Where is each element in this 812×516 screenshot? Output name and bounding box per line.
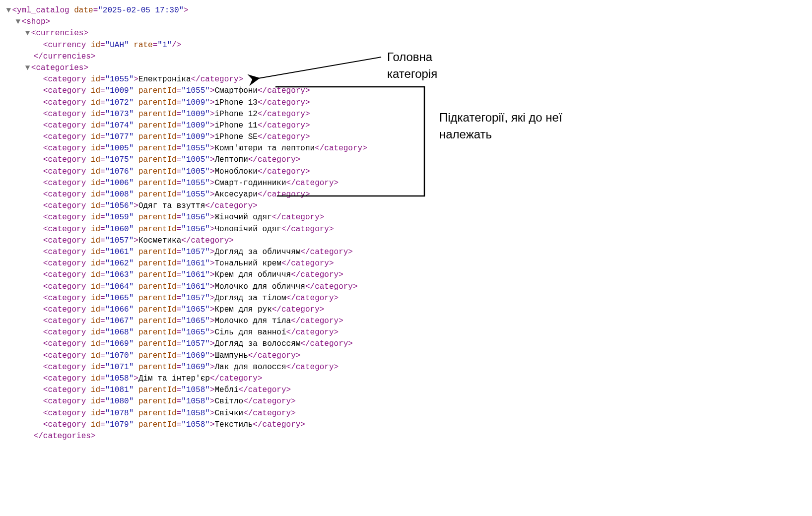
xml-line: <category id="1075" parentId="1005">Лепт…: [5, 154, 812, 166]
xml-line: <category id="1061" parentId="1057">Догл…: [5, 247, 812, 258]
xml-line: <category id="1063" parentId="1061">Крем…: [5, 269, 812, 281]
xml-line: <category id="1008" parentId="1055">Аксе…: [5, 189, 812, 200]
xml-line: <category id="1058">Дім та інтер'єр</cat…: [5, 373, 812, 385]
xml-line: <category id="1059" parentId="1056">Жіно…: [5, 212, 812, 223]
xml-line: <category id="1065" parentId="1057">Догл…: [5, 293, 812, 304]
xml-line: <category id="1068" parentId="1065">Сіль…: [5, 327, 812, 338]
xml-line: <category id="1073" parentId="1009">iPho…: [5, 109, 812, 120]
xml-line: <category id="1072" parentId="1009">iPho…: [5, 97, 812, 109]
xml-line: <category id="1077" parentId="1009">iPho…: [5, 131, 812, 143]
collapse-caret-icon[interactable]: ▼: [14, 16, 21, 28]
xml-line: <category id="1071" parentId="1069">Лак …: [5, 362, 812, 373]
xml-line: <category id="1074" parentId="1009">iPho…: [5, 120, 812, 131]
collapse-caret-icon[interactable]: ▼: [5, 5, 12, 16]
xml-line: <category id="1055">Електроніка</categor…: [5, 74, 812, 85]
xml-line: <category id="1009" parentId="1055">Смар…: [5, 85, 812, 97]
xml-line: <category id="1069" parentId="1057">Догл…: [5, 338, 812, 350]
xml-line: <category id="1006" parentId="1055">Смар…: [5, 178, 812, 189]
xml-line: <category id="1079" parentId="1058">Текс…: [5, 419, 812, 431]
xml-line: </currencies>: [5, 51, 812, 63]
xml-line: <category id="1062" parentId="1061">Тона…: [5, 258, 812, 269]
xml-line: <category id="1070" parentId="1069">Шамп…: [5, 350, 812, 362]
xml-line: <category id="1056">Одяг та взуття</cate…: [5, 200, 812, 212]
xml-line: <category id="1081" parentId="1058">Мебл…: [5, 385, 812, 396]
collapse-caret-icon[interactable]: ▼: [24, 28, 31, 39]
xml-code-view: ▼<yml_catalog date="2025-02-05 17:30"> ▼…: [5, 5, 812, 442]
xml-line: ▼<shop>: [5, 16, 812, 28]
xml-line: ▼<currencies>: [5, 28, 812, 39]
collapse-caret-icon[interactable]: ▼: [24, 63, 31, 74]
xml-line: <category id="1060" parentId="1056">Чоло…: [5, 224, 812, 235]
xml-line: ▼<yml_catalog date="2025-02-05 17:30">: [5, 5, 812, 16]
xml-line: <category id="1057">Косметика</category>: [5, 235, 812, 247]
xml-line: <category id="1064" parentId="1061">Моло…: [5, 281, 812, 293]
xml-line: ▼<categories>: [5, 63, 812, 74]
xml-line: <category id="1067" parentId="1065">Моло…: [5, 316, 812, 327]
xml-line: <category id="1066" parentId="1065">Крем…: [5, 304, 812, 316]
xml-line: </categories>: [5, 431, 812, 442]
xml-line: <currency id="UAH" rate="1"/>: [5, 40, 812, 51]
xml-line: <category id="1078" parentId="1058">Свіч…: [5, 408, 812, 419]
xml-line: <category id="1005" parentId="1055">Комп…: [5, 143, 812, 154]
xml-line: <category id="1076" parentId="1005">Моно…: [5, 166, 812, 178]
xml-line: <category id="1080" parentId="1058">Світ…: [5, 396, 812, 407]
